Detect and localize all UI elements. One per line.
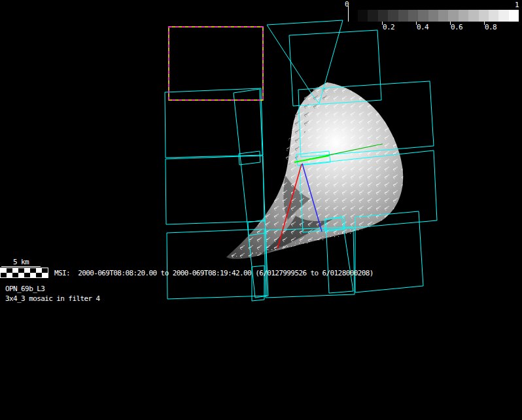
scene-canvas	[0, 0, 522, 420]
footprint-center-box-a	[239, 151, 260, 165]
colorbar-ramp	[358, 10, 519, 22]
asteroid-render	[226, 82, 403, 259]
colorbar-tick-label: 0.2	[383, 23, 394, 31]
colorbar-max-label: 1	[515, 1, 519, 9]
sequence-id: OPN_69b_L3	[5, 285, 44, 293]
colorbar-tick-label: 0.6	[451, 23, 462, 31]
colorbar-tick-label: 0.8	[485, 23, 496, 31]
footprint-center-band	[234, 89, 268, 298]
colorbar-tick-label: 0.4	[417, 23, 428, 31]
msi-mosaic-viewer-window: 0 1 0.2 0.4 0.6 0.8 5 km MSI: 2000-069T0…	[0, 0, 522, 420]
scale-bar-line	[1, 266, 41, 267]
colorbar-min-label: 0	[345, 0, 349, 9]
mosaic-description: 3x4_3 mosaic in filter 4	[5, 294, 100, 303]
footprint-left-row2	[165, 88, 263, 158]
footprint-left-row3	[165, 156, 264, 224]
scale-bar-checker-row	[1, 273, 48, 277]
scale-bar-label: 5 km	[13, 258, 29, 266]
scale-bar-checker	[0, 268, 48, 278]
observation-time-range: MSI: 2000-069T08:08:20.00 to 2000-069T08…	[54, 269, 374, 277]
scale-bar-checker-row	[1, 268, 48, 273]
